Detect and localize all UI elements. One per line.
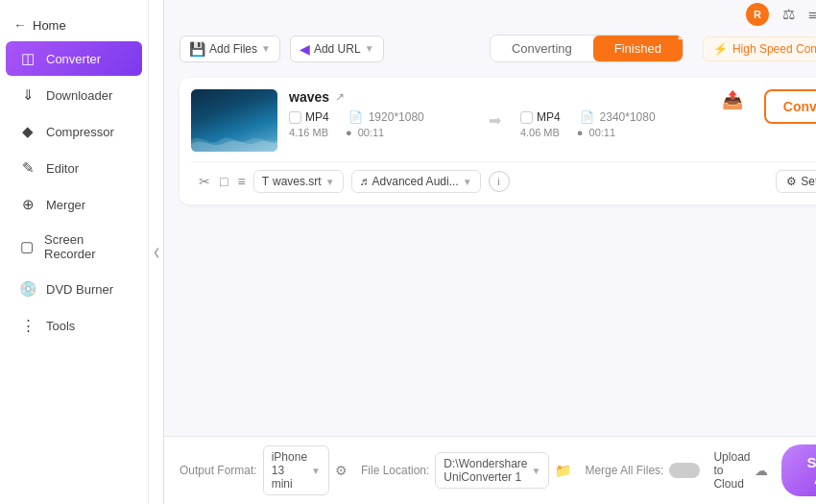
- video-info: waves ↗ MP4 📄 1920*1080 4.16 MB: [289, 89, 469, 138]
- source-size: 4.16 MB: [289, 127, 328, 138]
- back-button[interactable]: ← Home: [0, 10, 148, 40]
- audio-select[interactable]: ♬ Advanced Audi... ▼: [351, 170, 481, 193]
- settings-button[interactable]: ⚙ Settings: [776, 170, 816, 193]
- target-checkbox[interactable]: [520, 111, 533, 124]
- effects-icon[interactable]: ≡: [237, 174, 245, 189]
- user-avatar: R: [746, 3, 769, 26]
- finished-badge: 2: [673, 35, 684, 43]
- dvd-burner-icon: 💿: [19, 280, 36, 298]
- output-settings-icon[interactable]: ⚙: [335, 463, 348, 478]
- upload-cloud-icon[interactable]: ☁: [755, 463, 768, 478]
- audio-icon: ♬: [360, 175, 369, 188]
- video-title-row: waves ↗: [289, 89, 469, 105]
- upload-field: Upload to Cloud ☁: [713, 450, 768, 491]
- menu-icon[interactable]: ≡: [808, 7, 816, 23]
- tab-converting[interactable]: Converting: [491, 36, 593, 61]
- add-url-dropdown-icon: ▼: [365, 43, 374, 54]
- source-format-row: MP4 📄 1920*1080: [289, 110, 469, 124]
- file-location-label: File Location:: [361, 464, 429, 477]
- audio-label: Advanced Audi...: [372, 175, 459, 188]
- source-duration: 00:11: [358, 127, 385, 138]
- downloader-icon: ⇓: [19, 86, 36, 104]
- video-title: waves: [289, 89, 329, 105]
- add-files-icon: 💾: [189, 41, 205, 57]
- convert-button[interactable]: 1 Convert: [764, 89, 816, 124]
- back-arrow-icon: ←: [13, 17, 27, 33]
- target-duration-icon: ●: [577, 127, 584, 138]
- edit-icons: ✂ □ ≡: [199, 174, 246, 189]
- settings-icon: ⚙: [786, 175, 797, 188]
- sidebar-item-screen-recorder[interactable]: ▢ Screen Recorder: [6, 224, 142, 270]
- bottom-bar: Output Format: iPhone 13 mini ▼ ⚙ File L…: [164, 436, 816, 504]
- back-label: Home: [33, 18, 66, 33]
- output-format-dropdown-icon: ▼: [311, 466, 321, 476]
- target-meta-row: 4.06 MB ● 00:11: [520, 127, 701, 138]
- subtitle-row: ✂ □ ≡ T waves.srt ▼ ♬ Advanced Audi... ▼…: [191, 161, 816, 193]
- add-files-button[interactable]: 💾 Add Files ▼: [180, 36, 280, 62]
- converter-icon: ◫: [19, 50, 36, 67]
- source-resolution: 1920*1080: [369, 110, 424, 124]
- video-card-top: waves ↗ MP4 📄 1920*1080 4.16 MB: [191, 89, 816, 152]
- sidebar: ← Home ◫ Converter ⇓ Downloader ◆ Compre…: [0, 0, 149, 504]
- merge-field: Merge All Files:: [585, 463, 700, 478]
- tab-finished[interactable]: Finished 2: [593, 36, 683, 61]
- sidebar-item-converter[interactable]: ◫ Converter: [6, 41, 142, 76]
- folder-icon[interactable]: 📁: [555, 463, 571, 478]
- export-icon[interactable]: 📤: [722, 89, 743, 110]
- output-format-select[interactable]: iPhone 13 mini ▼: [263, 445, 329, 495]
- add-files-label: Add Files: [209, 42, 257, 56]
- merge-toggle[interactable]: [669, 463, 700, 478]
- sidebar-item-compressor[interactable]: ◆ Compressor: [6, 114, 142, 149]
- subtitle-select[interactable]: T waves.srt ▼: [253, 170, 344, 193]
- file-location-value: D:\Wondershare UniConverter 1: [444, 457, 527, 484]
- headset-icon[interactable]: ⚖: [782, 6, 795, 23]
- sidebar-label-downloader: Downloader: [46, 88, 112, 103]
- source-checkbox[interactable]: [289, 111, 301, 124]
- sidebar-item-merger[interactable]: ⊕ Merger: [6, 187, 142, 222]
- sidebar-item-downloader[interactable]: ⇓ Downloader: [6, 78, 142, 112]
- speed-icon: ⚡: [713, 42, 728, 56]
- sidebar-item-dvd-burner[interactable]: 💿 DVD Burner: [6, 272, 142, 306]
- content-area: waves ↗ MP4 📄 1920*1080 4.16 MB: [164, 68, 816, 436]
- target-format-box: MP4: [520, 110, 561, 124]
- editor-icon: ✎: [19, 159, 36, 177]
- cut-icon[interactable]: ✂: [199, 174, 210, 189]
- high-speed-conversion-button[interactable]: ⚡ High Speed Conversion: [703, 36, 816, 61]
- source-meta-row: 4.16 MB ● 00:11: [289, 127, 469, 138]
- sidebar-label-screen-recorder: Screen Recorder: [44, 232, 129, 261]
- tab-group: Converting Finished 2: [490, 35, 684, 62]
- video-card: waves ↗ MP4 📄 1920*1080 4.16 MB: [180, 78, 816, 204]
- info-button[interactable]: i: [489, 171, 510, 192]
- output-format-field: Output Format: iPhone 13 mini ▼ ⚙: [180, 445, 348, 495]
- collapse-sidebar-button[interactable]: ❮: [149, 0, 164, 504]
- convert-label: Convert: [783, 99, 816, 114]
- target-size: 4.06 MB: [520, 127, 560, 138]
- output-format-value: iPhone 13 mini: [272, 450, 307, 491]
- target-resolution: 2340*1080: [600, 110, 656, 124]
- source-format: MP4: [305, 110, 329, 124]
- crop-icon[interactable]: □: [220, 174, 228, 189]
- file-location-select[interactable]: D:\Wondershare UniConverter 1 ▼: [435, 452, 549, 489]
- file-location-dropdown-icon: ▼: [532, 466, 541, 476]
- compressor-icon: ◆: [19, 123, 36, 140]
- tools-icon: ⋮: [19, 317, 36, 334]
- target-file-icon: 📄: [580, 110, 594, 124]
- external-link-icon[interactable]: ↗: [335, 90, 345, 104]
- titlebar: R ⚖ ≡ − ▭ ✕: [164, 0, 816, 29]
- add-url-button[interactable]: ◀ Add URL ▼: [290, 36, 384, 62]
- source-duration-icon: ●: [346, 127, 352, 138]
- video-thumbnail: [191, 89, 277, 152]
- output-format-label: Output Format:: [180, 464, 257, 477]
- speed-label: High Speed Conversion: [732, 42, 816, 56]
- file-location-field: File Location: D:\Wondershare UniConvert…: [361, 452, 571, 489]
- source-file-icon: 📄: [348, 110, 363, 124]
- subtitle-file: waves.srt: [273, 175, 322, 188]
- add-url-icon: ◀: [300, 41, 310, 57]
- source-format-box: MP4: [289, 110, 329, 124]
- finished-tab-label: Finished: [614, 41, 661, 56]
- target-info: MP4 📄 2340*1080 4.06 MB ● 00:11: [520, 89, 701, 138]
- start-all-button[interactable]: Start All: [781, 444, 816, 496]
- audio-dropdown-icon: ▼: [463, 177, 472, 187]
- sidebar-item-editor[interactable]: ✎ Editor: [6, 151, 142, 185]
- sidebar-item-tools[interactable]: ⋮ Tools: [6, 308, 142, 343]
